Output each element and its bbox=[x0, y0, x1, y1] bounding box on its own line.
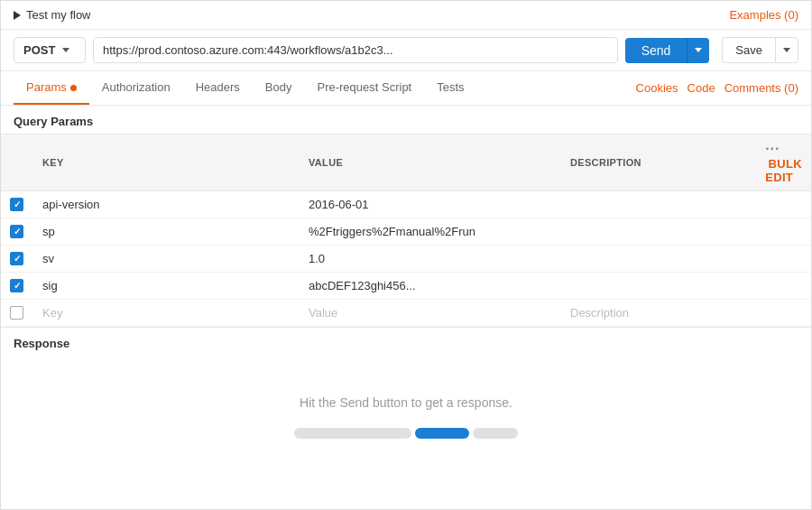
method-chevron-icon bbox=[62, 48, 69, 52]
row3-checkbox[interactable] bbox=[10, 252, 23, 265]
send-chevron-icon bbox=[695, 48, 702, 52]
row5-key-cell[interactable]: Key bbox=[33, 300, 300, 327]
params-table: KEY VALUE DESCRIPTION ··· Bulk Edit api-… bbox=[1, 134, 811, 327]
response-body: Hit the Send button to get a response. bbox=[1, 359, 811, 457]
tab-authorization[interactable]: Authorization bbox=[89, 71, 183, 105]
save-button[interactable]: Save bbox=[722, 37, 775, 63]
row1-checkbox[interactable] bbox=[10, 198, 23, 211]
row4-key-cell[interactable]: sig bbox=[33, 273, 300, 300]
col-header-check bbox=[1, 134, 33, 191]
row3-check-cell bbox=[1, 246, 33, 273]
row2-key-cell[interactable]: sp bbox=[33, 218, 300, 246]
row5-value-cell[interactable]: Value bbox=[300, 300, 561, 327]
row3-desc-cell bbox=[561, 246, 756, 273]
progress-right-segment bbox=[473, 428, 518, 439]
tabs-right: Cookies Code Comments (0) bbox=[636, 81, 798, 95]
row4-value-cell[interactable]: abcDEF123ghi456... bbox=[300, 273, 561, 300]
table-row-placeholder: Key Value Description bbox=[1, 300, 811, 327]
row4-actions-cell bbox=[756, 273, 811, 300]
row5-actions-cell bbox=[756, 300, 811, 327]
table-row: sp %2Ftriggers%2Fmanual%2Frun bbox=[1, 218, 811, 246]
row2-desc-cell bbox=[561, 218, 756, 246]
row4-desc-cell bbox=[561, 273, 756, 300]
tab-headers[interactable]: Headers bbox=[183, 71, 253, 105]
comments-link[interactable]: Comments (0) bbox=[724, 81, 798, 95]
cookies-link[interactable]: Cookies bbox=[636, 81, 678, 95]
code-link[interactable]: Code bbox=[687, 81, 715, 95]
row1-key-cell[interactable]: api-version bbox=[33, 191, 300, 218]
tabs-left: Params Authorization Headers Body Pre-re… bbox=[14, 71, 477, 105]
url-bar: POST Send Save bbox=[1, 30, 811, 71]
progress-mid-segment bbox=[415, 428, 469, 439]
params-dot bbox=[70, 85, 77, 91]
col-header-key: KEY bbox=[33, 134, 300, 191]
tab-params[interactable]: Params bbox=[14, 71, 89, 105]
save-chevron-icon bbox=[783, 48, 790, 52]
row3-value-cell[interactable]: 1.0 bbox=[300, 246, 561, 273]
row5-check-cell bbox=[1, 300, 33, 327]
row4-check-cell bbox=[1, 273, 33, 300]
col-header-value: VALUE bbox=[300, 134, 561, 191]
save-button-group: Save bbox=[722, 37, 798, 63]
response-section-title: Response bbox=[1, 327, 811, 359]
tabs-bar: Params Authorization Headers Body Pre-re… bbox=[1, 71, 811, 106]
flow-title: Test my flow bbox=[26, 8, 91, 22]
tab-prerequest[interactable]: Pre-request Script bbox=[304, 71, 424, 105]
row2-actions-cell bbox=[756, 218, 811, 246]
row2-value-cell[interactable]: %2Ftriggers%2Fmanual%2Frun bbox=[300, 218, 561, 246]
row4-checkbox[interactable] bbox=[10, 279, 23, 292]
expand-icon[interactable] bbox=[14, 11, 21, 20]
table-row: api-version 2016-06-01 bbox=[1, 191, 811, 218]
row1-check-cell bbox=[1, 191, 33, 218]
row1-value-cell[interactable]: 2016-06-01 bbox=[300, 191, 561, 218]
examples-link[interactable]: Examples (0) bbox=[729, 8, 798, 22]
method-label: POST bbox=[23, 43, 55, 57]
response-empty-message: Hit the Send button to get a response. bbox=[300, 395, 512, 410]
response-progress-bar bbox=[294, 428, 518, 439]
column-options-icon[interactable]: ··· bbox=[765, 141, 780, 156]
row5-desc-cell: Description bbox=[561, 300, 756, 327]
row1-actions-cell bbox=[756, 191, 811, 218]
method-dropdown[interactable]: POST bbox=[14, 37, 86, 63]
row1-desc-cell bbox=[561, 191, 756, 218]
tab-body[interactable]: Body bbox=[253, 71, 305, 105]
send-dropdown-button[interactable] bbox=[687, 38, 709, 63]
row3-key-cell[interactable]: sv bbox=[33, 246, 300, 273]
save-dropdown-button[interactable] bbox=[775, 37, 798, 63]
top-bar-left: Test my flow bbox=[14, 8, 91, 22]
send-button[interactable]: Send bbox=[625, 38, 687, 63]
col-header-description: DESCRIPTION bbox=[561, 134, 756, 191]
row2-checkbox[interactable] bbox=[10, 225, 23, 238]
row5-checkbox[interactable] bbox=[10, 306, 23, 320]
tab-tests[interactable]: Tests bbox=[424, 71, 476, 105]
table-header-row: KEY VALUE DESCRIPTION ··· Bulk Edit bbox=[1, 134, 811, 191]
col-header-actions: ··· Bulk Edit bbox=[756, 134, 811, 191]
send-button-group: Send bbox=[625, 38, 710, 63]
row2-check-cell bbox=[1, 218, 33, 246]
bulk-edit-button[interactable]: Bulk Edit bbox=[765, 157, 802, 184]
progress-left-segment bbox=[294, 428, 411, 439]
top-bar: Test my flow Examples (0) bbox=[1, 1, 811, 30]
table-row: sv 1.0 bbox=[1, 246, 811, 273]
row3-actions-cell bbox=[756, 246, 811, 273]
url-input[interactable] bbox=[93, 37, 618, 63]
table-row: sig abcDEF123ghi456... bbox=[1, 273, 811, 300]
query-params-title: Query Params bbox=[1, 106, 811, 134]
